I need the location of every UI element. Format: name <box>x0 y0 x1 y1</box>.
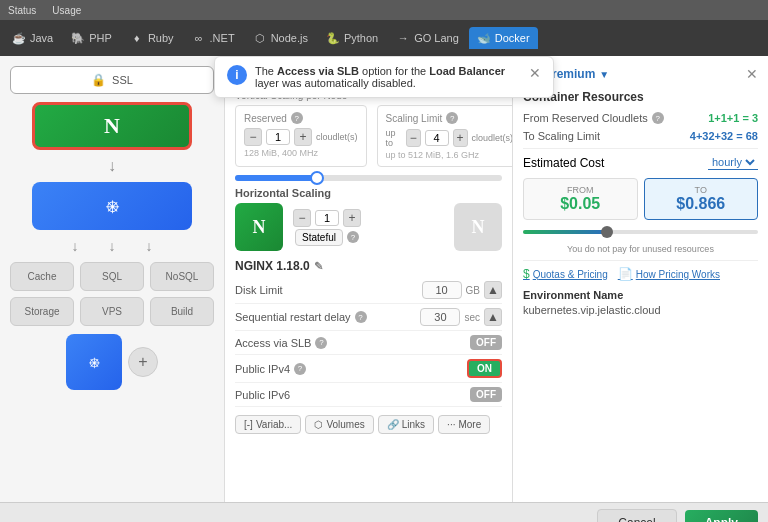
nosql-button[interactable]: NoSQL <box>150 262 214 291</box>
node-decrease-button[interactable]: − <box>293 209 311 227</box>
volumes-button[interactable]: ⬡ Volumes <box>305 415 373 434</box>
horizontal-scaling-row: N − 1 + Stateful ? N <box>235 203 502 251</box>
tab-php[interactable]: 🐘 PHP <box>63 27 120 49</box>
k8s-small-icon: ⎈ <box>89 352 100 373</box>
tab-java[interactable]: ☕ Java <box>4 27 61 49</box>
public-ipv4-help-icon[interactable]: ? <box>294 363 306 375</box>
bottom-toolbar: [-] Variab... ⬡ Volumes 🔗 Links ··· More <box>235 415 502 434</box>
links-button[interactable]: 🔗 Links <box>378 415 434 434</box>
up-to-label: up to <box>386 128 402 148</box>
tab-docker[interactable]: 🐋 Docker <box>469 27 538 49</box>
reserved-value[interactable]: 1 <box>266 129 290 145</box>
cost-slider-thumb[interactable] <box>601 226 613 238</box>
scaling-slider[interactable] <box>235 175 502 181</box>
seq-unit: sec <box>464 312 480 323</box>
public-ipv4-row: Public IPv4 ? ON <box>235 355 502 383</box>
k8s-small-button[interactable]: ⎈ <box>66 334 122 390</box>
unused-resources-note: You do not pay for unused resources <box>523 244 758 254</box>
tab-nodejs[interactable]: ⬡ Node.js <box>245 27 316 49</box>
tabs-bar: ☕ Java 🐘 PHP ♦ Ruby ∞ .NET ⬡ Node.js 🐍 P… <box>0 20 768 56</box>
tab-python[interactable]: 🐍 Python <box>318 27 386 49</box>
public-ipv6-toggle[interactable]: OFF <box>470 387 502 402</box>
three-arrows: ↓ ↓ ↓ <box>72 238 153 254</box>
kubernetes-node-button[interactable]: ⎈ <box>32 182 192 230</box>
nginx-node-button[interactable]: N <box>32 102 192 150</box>
separator2 <box>523 260 758 261</box>
disk-limit-row: Disk Limit 10 GB ▲ <box>235 277 502 304</box>
storage-button[interactable]: Storage <box>10 297 74 326</box>
reserved-help-icon[interactable]: ? <box>291 112 303 124</box>
vps-button[interactable]: VPS <box>80 297 144 326</box>
cancel-button[interactable]: Cancel <box>597 509 676 523</box>
more-button[interactable]: ··· More <box>438 415 490 434</box>
sql-button[interactable]: SQL <box>80 262 144 291</box>
dropdown-arrow-icon[interactable]: ▼ <box>599 69 609 80</box>
notification-close-button[interactable]: ✕ <box>529 65 541 81</box>
service-grid: Cache SQL NoSQL Storage VPS Build <box>10 262 214 326</box>
scaling-limit-value: 4+32+32 = 68 <box>690 130 758 142</box>
stateful-help-icon[interactable]: ? <box>347 231 359 243</box>
disk-increase-button[interactable]: ▲ <box>484 281 502 299</box>
scaling-increase-button[interactable]: + <box>453 129 468 147</box>
scaling-limit-label: To Scaling Limit <box>523 130 600 142</box>
seq-restart-value[interactable]: 30 <box>420 308 460 326</box>
scaling-limit-row: To Scaling Limit 4+32+32 = 68 <box>523 130 758 142</box>
tab-golang[interactable]: → GO Lang <box>388 27 467 49</box>
reserved-decrease-button[interactable]: − <box>244 128 262 146</box>
build-button[interactable]: Build <box>150 297 214 326</box>
slider-track <box>235 175 502 181</box>
links-icon: 🔗 <box>387 419 399 430</box>
reserved-title: Reserved ? <box>244 112 358 124</box>
environment-name-label: Environment Name <box>523 289 758 301</box>
public-ipv4-toggle[interactable]: ON <box>467 359 502 378</box>
lock-icon: 🔒 <box>91 73 106 87</box>
tab-ruby[interactable]: ♦ Ruby <box>122 27 182 49</box>
kubernetes-icon: ⎈ <box>106 193 119 219</box>
cost-slider-track <box>523 230 758 234</box>
node-count-box: − 1 + Stateful ? <box>293 209 361 246</box>
stateful-button[interactable]: Stateful <box>295 229 343 246</box>
how-pricing-works-link[interactable]: 📄 How Pricing Works <box>618 267 720 281</box>
period-select[interactable]: hourly <box>708 155 758 170</box>
close-button[interactable]: ✕ <box>746 66 758 82</box>
nginx-edit-icon[interactable]: ✎ <box>314 260 323 273</box>
add-node-button[interactable]: + <box>128 347 158 377</box>
bottom-row: ⎈ + <box>10 334 214 390</box>
ruby-icon: ♦ <box>130 31 144 45</box>
scaling-decrease-button[interactable]: − <box>406 129 421 147</box>
down-arrow-icon: ↓ <box>108 158 116 174</box>
apply-button[interactable]: Apply <box>685 510 758 523</box>
public-ipv6-row: Public IPv6 OFF <box>235 383 502 407</box>
seq-restart-help-icon[interactable]: ? <box>355 311 367 323</box>
reserved-increase-button[interactable]: + <box>294 128 312 146</box>
public-ipv6-label: Public IPv6 <box>235 389 290 401</box>
seq-increase-button[interactable]: ▲ <box>484 308 502 326</box>
scaling-value[interactable]: 4 <box>425 130 449 146</box>
volumes-icon: ⬡ <box>314 419 323 430</box>
quotas-pricing-link[interactable]: $ Quotas & Pricing <box>523 267 608 281</box>
status-item[interactable]: Status <box>8 5 36 16</box>
from-cost-card: FROM $0.05 <box>523 178 638 220</box>
slider-thumb[interactable] <box>310 171 324 185</box>
node-increase-button[interactable]: + <box>343 209 361 227</box>
reserved-stepper: − 1 + cloudlet(s) <box>244 128 358 146</box>
cache-button[interactable]: Cache <box>10 262 74 291</box>
variables-icon: [-] <box>244 419 253 430</box>
reserved-cloudlets-help-icon[interactable]: ? <box>652 112 664 124</box>
disk-limit-value-group: 10 GB ▲ <box>422 281 502 299</box>
access-slb-toggle[interactable]: OFF <box>470 335 502 350</box>
scaling-limit-help-icon[interactable]: ? <box>446 112 458 124</box>
dotnet-icon: ∞ <box>192 31 206 45</box>
variables-button[interactable]: [-] Variab... <box>235 415 301 434</box>
disk-limit-value[interactable]: 10 <box>422 281 462 299</box>
public-ipv4-label: Public IPv4 ? <box>235 363 306 375</box>
node-count-value[interactable]: 1 <box>315 210 339 226</box>
seq-restart-value-group: 30 sec ▲ <box>420 308 502 326</box>
estimated-cost-label: Estimated Cost <box>523 156 604 170</box>
cost-slider[interactable] <box>523 226 758 238</box>
tab-dotnet[interactable]: ∞ .NET <box>184 27 243 49</box>
environment-name-value: kubernetes.vip.jelastic.cloud <box>523 304 758 316</box>
usage-item[interactable]: Usage <box>52 5 81 16</box>
access-slb-help-icon[interactable]: ? <box>315 337 327 349</box>
python-icon: 🐍 <box>326 31 340 45</box>
